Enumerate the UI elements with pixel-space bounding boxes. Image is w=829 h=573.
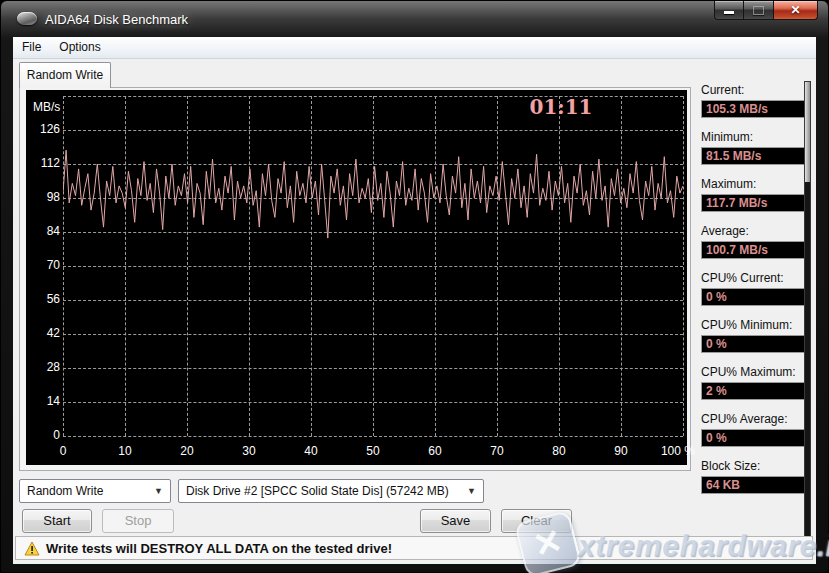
minimize-icon: [724, 11, 734, 14]
x-tick-label: 90: [614, 444, 627, 458]
status-warning-text: Write tests will DESTROY ALL DATA on the…: [46, 541, 392, 556]
stat-value: 2 %: [701, 382, 805, 400]
minimize-button[interactable]: [714, 1, 744, 20]
close-icon: ✕: [790, 3, 800, 17]
window-controls: ✕: [714, 1, 818, 20]
benchmark-line: [63, 96, 683, 436]
chart-area: MB/s 01:11 12611298847056422814001020304…: [26, 90, 687, 465]
stat-group: Current:105.3 MB/s: [701, 83, 813, 118]
stat-value: 117.7 MB/s: [701, 194, 805, 212]
stat-label: Block Size:: [701, 459, 813, 473]
stat-label: CPU% Minimum:: [701, 318, 813, 332]
menubar: FileOptions: [13, 37, 816, 59]
tab-page: MB/s 01:11 12611298847056422814001020304…: [19, 87, 691, 471]
stat-label: CPU% Average:: [701, 412, 813, 426]
y-tick-label: 42: [30, 326, 60, 340]
stat-group: Maximum:117.7 MB/s: [701, 177, 813, 212]
y-tick-label: 14: [30, 394, 60, 408]
stat-value: 0 %: [701, 335, 805, 353]
y-tick-label: 126: [30, 122, 60, 136]
maximize-button[interactable]: [744, 1, 774, 20]
stat-group: Average:100.7 MB/s: [701, 224, 813, 259]
stat-group: CPU% Maximum:2 %: [701, 365, 813, 400]
x-tick-label: 60: [428, 444, 441, 458]
app-icon: [17, 12, 37, 25]
drive-select[interactable]: Disk Drive #2 [SPCC Solid State Dis] (57…: [178, 479, 484, 503]
close-button[interactable]: ✕: [774, 1, 818, 20]
maximize-icon: [753, 6, 764, 15]
y-tick-label: 70: [30, 258, 60, 272]
drive-select-value: Disk Drive #2 [SPCC Solid State Dis] (57…: [186, 484, 449, 498]
stat-group: CPU% Minimum:0 %: [701, 318, 813, 353]
elapsed-time: 01:11: [481, 95, 641, 119]
plot-grid: [63, 96, 683, 436]
window-title: AIDA64 Disk Benchmark: [45, 12, 188, 27]
stat-group: CPU% Average:0 %: [701, 412, 813, 447]
warning-icon: [24, 541, 40, 556]
stat-value: 81.5 MB/s: [701, 147, 805, 165]
stat-label: Average:: [701, 224, 813, 238]
stat-label: CPU% Maximum:: [701, 365, 813, 379]
x-tick-label: 70: [490, 444, 503, 458]
x-tick-label: 0: [60, 444, 67, 458]
stat-value: 100.7 MB/s: [701, 241, 805, 259]
menu-item-file[interactable]: File: [13, 37, 50, 59]
y-axis-unit-label: MB/s: [33, 100, 60, 114]
y-tick-label: 56: [30, 292, 60, 306]
stat-value: 0 %: [701, 429, 805, 447]
stat-value: 0 %: [701, 288, 805, 306]
y-tick-label: 0: [30, 428, 60, 442]
stat-group: CPU% Current:0 %: [701, 271, 813, 306]
stat-value: 105.3 MB/s: [701, 100, 805, 118]
x-tick-label: 100 %: [661, 444, 695, 458]
x-tick-label: 50: [366, 444, 379, 458]
tab-random-write[interactable]: Random Write: [19, 62, 111, 88]
x-tick-label: 30: [242, 444, 255, 458]
gridline-horizontal: [63, 436, 683, 437]
stat-label: Minimum:: [701, 130, 813, 144]
stop-button[interactable]: Stop: [102, 509, 174, 533]
stat-group: Block Size:64 KB: [701, 459, 813, 494]
window-frame: AIDA64 Disk Benchmark ✕ FileOptions Rand…: [0, 0, 829, 573]
y-tick-label: 28: [30, 360, 60, 374]
stat-label: Current:: [701, 83, 813, 97]
start-button[interactable]: Start: [22, 509, 92, 533]
y-tick-label: 112: [30, 156, 60, 170]
gridline-vertical: [683, 96, 684, 436]
test-type-value: Random Write: [27, 484, 103, 498]
chevron-down-icon: ▼: [154, 480, 163, 502]
stat-label: Maximum:: [701, 177, 813, 191]
stat-value: 64 KB: [701, 476, 805, 494]
watermark-text: xtremehardware.it: [578, 529, 829, 563]
scrollbar-thumb[interactable]: [805, 82, 810, 182]
save-button[interactable]: Save: [420, 509, 491, 533]
menu-item-options[interactable]: Options: [50, 37, 109, 59]
stat-label: CPU% Current:: [701, 271, 813, 285]
test-type-select[interactable]: Random Write ▼: [19, 479, 171, 503]
x-tick-label: 20: [180, 444, 193, 458]
window-titlebar[interactable]: AIDA64 Disk Benchmark ✕: [1, 1, 828, 37]
y-tick-label: 98: [30, 190, 60, 204]
x-tick-label: 40: [304, 444, 317, 458]
stats-panel: Current:105.3 MB/sMinimum:81.5 MB/sMaxim…: [701, 83, 813, 506]
x-tick-label: 10: [118, 444, 131, 458]
panel-scrollbar[interactable]: [804, 81, 811, 558]
stat-group: Minimum:81.5 MB/s: [701, 130, 813, 165]
client-area: Random Write MB/s 01:11 1261129884705642…: [13, 59, 816, 564]
x-tick-label: 80: [552, 444, 565, 458]
chevron-down-icon: ▼: [467, 480, 476, 502]
y-tick-label: 84: [30, 224, 60, 238]
